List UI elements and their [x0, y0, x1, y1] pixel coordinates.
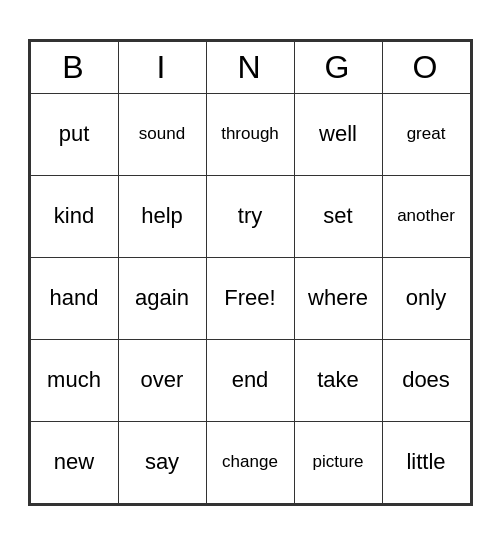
header-cell: O [382, 41, 470, 93]
table-row: kindhelptrysetanother [30, 175, 470, 257]
bingo-cell: put [30, 93, 118, 175]
bingo-cell: try [206, 175, 294, 257]
bingo-cell: Free! [206, 257, 294, 339]
bingo-cell: hand [30, 257, 118, 339]
bingo-cell: does [382, 339, 470, 421]
table-row: newsaychangepicturelittle [30, 421, 470, 503]
bingo-cell: picture [294, 421, 382, 503]
bingo-cell: help [118, 175, 206, 257]
bingo-table: BINGO putsoundthroughwellgreatkindhelptr… [30, 41, 471, 504]
bingo-cell: say [118, 421, 206, 503]
bingo-cell: only [382, 257, 470, 339]
header-cell: G [294, 41, 382, 93]
bingo-cell: well [294, 93, 382, 175]
bingo-card: BINGO putsoundthroughwellgreatkindhelptr… [28, 39, 473, 506]
bingo-cell: great [382, 93, 470, 175]
header-cell: B [30, 41, 118, 93]
table-row: putsoundthroughwellgreat [30, 93, 470, 175]
header-cell: I [118, 41, 206, 93]
bingo-cell: little [382, 421, 470, 503]
bingo-cell: change [206, 421, 294, 503]
bingo-cell: end [206, 339, 294, 421]
bingo-cell: take [294, 339, 382, 421]
table-row: muchoverendtakedoes [30, 339, 470, 421]
bingo-cell: another [382, 175, 470, 257]
table-row: handagainFree!whereonly [30, 257, 470, 339]
bingo-cell: sound [118, 93, 206, 175]
bingo-cell: set [294, 175, 382, 257]
bingo-cell: again [118, 257, 206, 339]
bingo-cell: kind [30, 175, 118, 257]
bingo-cell: where [294, 257, 382, 339]
bingo-cell: new [30, 421, 118, 503]
bingo-cell: through [206, 93, 294, 175]
header-row: BINGO [30, 41, 470, 93]
header-cell: N [206, 41, 294, 93]
bingo-cell: much [30, 339, 118, 421]
bingo-cell: over [118, 339, 206, 421]
